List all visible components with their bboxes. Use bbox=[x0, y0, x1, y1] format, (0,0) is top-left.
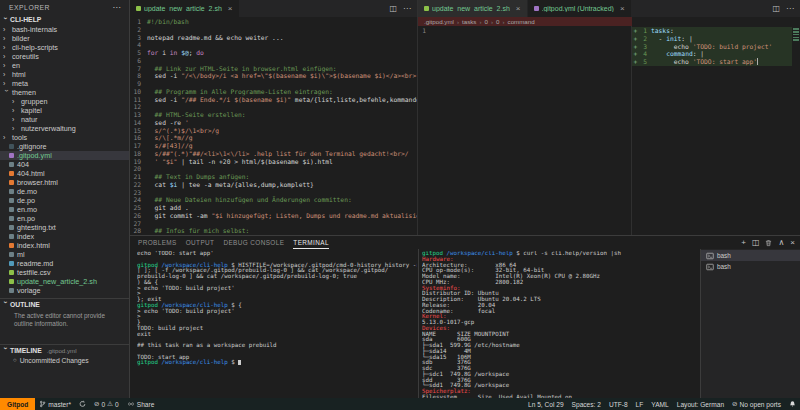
tree-item-index.html[interactable]: index.html bbox=[0, 241, 129, 250]
status-share[interactable]: Share bbox=[123, 398, 159, 410]
panel-tab-output[interactable]: OUTPUT bbox=[186, 237, 215, 249]
terminal-list-item[interactable]: bash bbox=[701, 261, 800, 272]
terminal-list-item[interactable]: bash bbox=[701, 250, 800, 261]
tree-item-bilder[interactable]: ›bilder bbox=[0, 34, 129, 43]
code-line: 7 ## Link zur HTML-Seite in browser.html… bbox=[130, 65, 417, 73]
line-number: 25 bbox=[130, 204, 147, 212]
line-number: 3 bbox=[639, 43, 651, 51]
breadcrumb-item[interactable]: 0 bbox=[496, 18, 499, 25]
new-terminal-icon[interactable]: + bbox=[741, 239, 746, 247]
line-content bbox=[147, 103, 151, 111]
kill-terminal-icon[interactable] bbox=[765, 239, 772, 247]
status-indentation[interactable]: Spaces: 2 bbox=[568, 398, 605, 410]
timeline-header[interactable]: › TIMELINE .gitpod.yml bbox=[0, 344, 129, 355]
diff-modified-pane[interactable]: +1tasks:+2 - init: |+3 echo 'TODO: build… bbox=[632, 26, 800, 235]
breadcrumb-item[interactable]: .gitpod.yml bbox=[424, 18, 454, 25]
more-actions-icon[interactable]: ⋯ bbox=[403, 5, 411, 13]
status-eol[interactable]: LF bbox=[632, 398, 648, 410]
code-line: 18 s/##"(.*)"##/<li>\1<\/li> .help list … bbox=[130, 150, 417, 158]
error-icon: ⊘ bbox=[94, 401, 100, 408]
code-line: 11 sed -i "/## Ende.*/i $(basename $i)" … bbox=[130, 96, 417, 104]
tree-item-en[interactable]: ›en bbox=[0, 61, 129, 70]
breadcrumb-separator-icon: › bbox=[491, 18, 493, 25]
status-encoding[interactable]: UTF-8 bbox=[605, 398, 632, 410]
maximize-panel-icon[interactable]: ∧ bbox=[778, 239, 784, 247]
outline-header[interactable]: › OUTLINE bbox=[0, 298, 129, 309]
breadcrumb-item[interactable]: command bbox=[508, 18, 535, 25]
line-number: 27 bbox=[130, 220, 147, 228]
tree-item-404.html[interactable]: 404.html bbox=[0, 169, 129, 178]
terminal-left[interactable]: echo 'TODO: start app' gitpod /workspace… bbox=[137, 251, 417, 398]
breadcrumb-item[interactable]: tasks bbox=[462, 18, 476, 25]
editor-tab[interactable]: update_new_article_2.sh× bbox=[418, 0, 528, 17]
more-actions-icon[interactable]: ⋯ bbox=[786, 5, 794, 13]
status-sync-changes[interactable] bbox=[75, 398, 90, 410]
line-content: sed -re ' bbox=[147, 119, 189, 127]
tree-item-natur[interactable]: ›natur bbox=[0, 115, 129, 124]
terminal-icon bbox=[706, 263, 714, 271]
tree-item-.gitignore[interactable]: .gitignore bbox=[0, 142, 129, 151]
tree-item-de.mo[interactable]: de.mo bbox=[0, 187, 129, 196]
timeline-item-uncommitted-changes[interactable]: ○ Uncommitted Changes bbox=[0, 355, 129, 365]
status-notifications[interactable] bbox=[785, 398, 800, 410]
terminal-right[interactable]: gitpod /workspace/cli-help $ curl -s cli… bbox=[422, 251, 698, 398]
tree-item-meta[interactable]: ›meta bbox=[0, 79, 129, 88]
diff-original-pane[interactable]: 1 bbox=[418, 26, 632, 235]
tree-item-html[interactable]: ›html bbox=[0, 70, 129, 79]
status-gitpod-remote[interactable]: Gitpod bbox=[0, 398, 35, 410]
split-terminal-icon[interactable]: ◫ bbox=[752, 239, 760, 247]
tree-item-bash-internals[interactable]: ›bash-internals bbox=[0, 25, 129, 34]
tree-item-index[interactable]: index bbox=[0, 232, 129, 241]
editor-tab[interactable]: update_new_article_2.sh× bbox=[130, 0, 240, 17]
status-git-branch[interactable]: master* bbox=[35, 398, 75, 410]
tree-item-cli-help-scripts[interactable]: ›cli-help-scripts bbox=[0, 43, 129, 52]
sync-icon bbox=[79, 400, 86, 408]
tree-item-testfile.csv[interactable]: testfile.csv bbox=[0, 268, 129, 277]
tree-item-nutzerverwaltung[interactable]: ›nutzerverwaltung bbox=[0, 124, 129, 133]
tree-item-kapitel[interactable]: ›kapitel bbox=[0, 106, 129, 115]
close-icon[interactable]: × bbox=[228, 5, 233, 13]
tree-item-404[interactable]: 404 bbox=[0, 160, 129, 169]
minimap[interactable] bbox=[792, 27, 800, 235]
code-line: +3 echo 'TODO: build project' bbox=[632, 43, 800, 51]
tree-item-en.mo[interactable]: en.mo bbox=[0, 205, 129, 214]
folder-chevron-icon: › bbox=[3, 134, 9, 141]
split-editor-icon[interactable]: ◫ bbox=[389, 5, 397, 13]
status-language-mode[interactable]: YAML bbox=[647, 398, 672, 410]
panel-tab-terminal[interactable]: TERMINAL bbox=[293, 237, 329, 249]
breadcrumb-separator-icon: › bbox=[502, 18, 504, 25]
breadcrumb-item[interactable]: 0 bbox=[485, 18, 488, 25]
tree-item-tools[interactable]: ›tools bbox=[0, 133, 129, 142]
tree-item-ml[interactable]: ml bbox=[0, 250, 129, 259]
tree-item-ghtesting.txt[interactable]: ghtesting.txt bbox=[0, 223, 129, 232]
tree-item-vorlage[interactable]: vorlage bbox=[0, 286, 129, 295]
panel-tab-debug-console[interactable]: DEBUG CONSOLE bbox=[223, 237, 284, 249]
timeline-section: › TIMELINE .gitpod.yml ○ Uncommitted Cha… bbox=[0, 344, 129, 365]
tree-item-readme.md[interactable]: readme.md bbox=[0, 259, 129, 268]
status-cursor-position[interactable]: Ln 5, Col 29 bbox=[524, 398, 568, 410]
status-label: Gitpod bbox=[7, 401, 28, 408]
status-problems[interactable]: ⊘0⚠0 bbox=[90, 398, 123, 410]
tree-item-update_new_article_2.sh[interactable]: update_new_article_2.sh bbox=[0, 277, 129, 286]
terminal-split-divider[interactable] bbox=[418, 249, 419, 398]
tree-item-label: index.html bbox=[17, 241, 50, 250]
editor-update-new-article-2-sh[interactable]: 1#!/bin/bash2 3notepad readme.md && echo… bbox=[130, 17, 417, 235]
status-ports[interactable]: ⊘No open ports bbox=[728, 398, 785, 410]
panel-tab-problems[interactable]: PROBLEMS bbox=[138, 237, 177, 249]
tree-item-browser.html[interactable]: browser.html bbox=[0, 178, 129, 187]
tree-item-de.po[interactable]: de.po bbox=[0, 196, 129, 205]
close-panel-icon[interactable]: × bbox=[790, 239, 795, 247]
explorer-more-icon[interactable]: ⋯ bbox=[113, 3, 122, 12]
tree-item-coreutils[interactable]: ›coreutils bbox=[0, 52, 129, 61]
tree-item-gruppen[interactable]: ›gruppen bbox=[0, 97, 129, 106]
editor-tab[interactable]: .gitpod.yml (Untracked)× bbox=[528, 0, 632, 17]
status-keyboard-layout[interactable]: Layout: German bbox=[673, 398, 728, 410]
workspace-section-header[interactable]: › CLI-HELP bbox=[0, 14, 129, 25]
close-icon[interactable]: × bbox=[620, 5, 625, 13]
close-icon[interactable]: × bbox=[516, 5, 521, 13]
tree-item-en.po[interactable]: en.po bbox=[0, 214, 129, 223]
line-number: 4 bbox=[639, 50, 651, 58]
split-editor-icon[interactable]: ◫ bbox=[772, 5, 780, 13]
tree-item-themen[interactable]: ›themen bbox=[0, 88, 129, 97]
tree-item-.gitpod.yml[interactable]: .gitpod.yml bbox=[0, 151, 129, 160]
